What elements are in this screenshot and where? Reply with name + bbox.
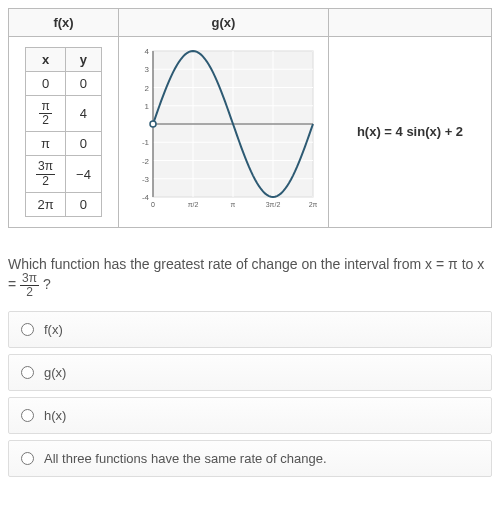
option-same[interactable]: All three functions have the same rate o… <box>8 440 492 477</box>
radio-same[interactable] <box>21 452 34 465</box>
svg-text:4: 4 <box>144 47 149 56</box>
table-row: π 0 <box>26 132 102 156</box>
svg-text:π: π <box>230 201 235 208</box>
radio-gx[interactable] <box>21 366 34 379</box>
fx-col-x: x <box>26 48 66 72</box>
header-gx: g(x) <box>119 9 329 37</box>
header-fx: f(x) <box>9 9 119 37</box>
svg-text:0: 0 <box>151 201 155 208</box>
svg-text:π/2: π/2 <box>187 201 198 208</box>
table-row: 0 0 <box>26 72 102 96</box>
radio-fx[interactable] <box>21 323 34 336</box>
hx-formula: h(x) = 4 sin(x) + 2 <box>357 124 463 139</box>
svg-text:-3: -3 <box>141 175 149 184</box>
fx-col-y: y <box>66 48 102 72</box>
radio-hx[interactable] <box>21 409 34 422</box>
svg-point-30 <box>150 121 156 127</box>
svg-text:3: 3 <box>144 65 149 74</box>
option-fx[interactable]: f(x) <box>8 311 492 348</box>
svg-text:2: 2 <box>144 84 149 93</box>
functions-table: f(x) g(x) x y 0 0 π2 4 <box>8 8 492 228</box>
svg-text:1: 1 <box>144 102 149 111</box>
option-hx[interactable]: h(x) <box>8 397 492 434</box>
table-row: π2 4 <box>26 96 102 132</box>
svg-text:-4: -4 <box>141 193 149 202</box>
fx-xy-table: x y 0 0 π2 4 π 0 <box>25 47 102 217</box>
svg-text:3π/2: 3π/2 <box>265 201 280 208</box>
option-gx[interactable]: g(x) <box>8 354 492 391</box>
svg-text:-2: -2 <box>141 157 149 166</box>
svg-text:2π: 2π <box>308 201 317 208</box>
header-hx <box>329 9 492 37</box>
gx-graph: -4-3-2-112340π/2π3π/22π <box>129 45 319 215</box>
question-text: Which function has the greatest rate of … <box>8 256 492 299</box>
table-row: 2π 0 <box>26 192 102 216</box>
table-row: 3π2 −4 <box>26 156 102 192</box>
svg-text:-1: -1 <box>141 138 149 147</box>
